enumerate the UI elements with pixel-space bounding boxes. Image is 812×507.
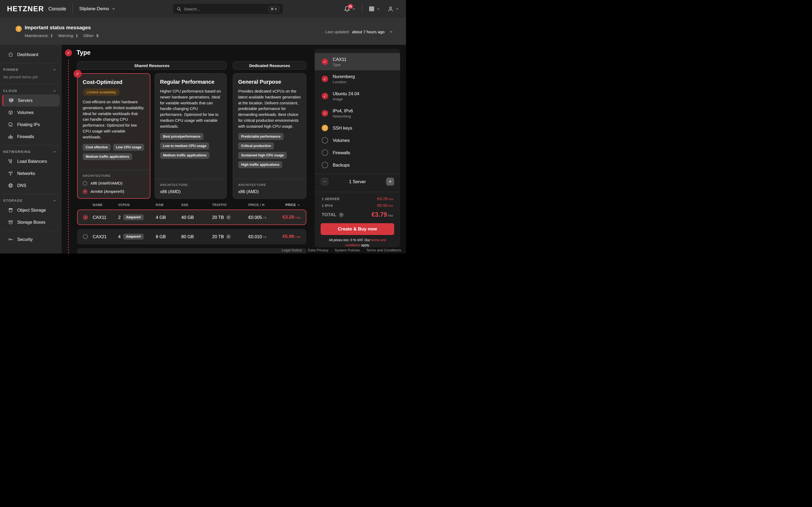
card-cost-optimized[interactable]: ✓ Cost-Optimized Limited availability Co… bbox=[77, 73, 150, 199]
footer-separator: · bbox=[304, 248, 306, 252]
help-icon[interactable]: ? bbox=[339, 213, 344, 217]
vat-note-text: All prices incl. 0 % VAT. Our bbox=[329, 238, 371, 242]
checklist-item-firewalls[interactable]: Firewalls bbox=[315, 147, 400, 159]
col-ram: RAM bbox=[156, 203, 181, 207]
tab-shared-resources[interactable]: Shared Resources bbox=[77, 61, 226, 70]
warning-icon: ! bbox=[322, 125, 328, 131]
increase-count-button[interactable]: + bbox=[386, 178, 394, 186]
euro-info-icon[interactable]: € bbox=[226, 234, 231, 239]
footer-link-terms[interactable]: Terms and Conditions bbox=[366, 248, 401, 252]
section-label: PINNED bbox=[3, 68, 18, 72]
checklist-item-volumes[interactable]: Volumes bbox=[315, 134, 400, 147]
empty-circle-icon bbox=[322, 150, 328, 156]
check-done-icon: ✓ bbox=[322, 110, 328, 116]
notifications-button[interactable]: 25 bbox=[344, 6, 356, 12]
col-price: PRICE bbox=[286, 203, 296, 207]
card-architecture: ARCHITECTURE x86 (AMD) bbox=[155, 179, 226, 199]
bucket-icon bbox=[8, 208, 13, 213]
card-description: Cost-efficient on older hardware generat… bbox=[83, 99, 145, 140]
item-title: Firewalls bbox=[333, 150, 350, 155]
sidebar-divider bbox=[3, 84, 59, 84]
topbar: HETZNER Console Sliplane Demo ⌘ K 25 bbox=[0, 0, 406, 18]
sidebar-item-security[interactable]: Security bbox=[0, 233, 62, 245]
apps-menu-button[interactable] bbox=[369, 6, 380, 12]
checklist-item-type[interactable]: ✓ CAX11Type bbox=[315, 53, 400, 70]
checklist-item-image[interactable]: ✓ Ubuntu 24.04Image bbox=[315, 88, 400, 105]
sidebar-section-pinned[interactable]: PINNED bbox=[0, 66, 62, 73]
table-row-cax21[interactable]: CAX21 4 Ampere® 8 GB 80 GB 20 TB € €0.01… bbox=[77, 229, 306, 244]
sidebar-item-networks[interactable]: Networks bbox=[0, 167, 62, 179]
cell-traffic: 20 TB € bbox=[212, 215, 248, 220]
checklist-item-backups[interactable]: Backups bbox=[315, 159, 400, 171]
col-price-sort[interactable]: PRICE bbox=[279, 203, 300, 207]
sidebar-item-dashboard[interactable]: Dashboard bbox=[0, 49, 62, 61]
sidebar-section-networking[interactable]: NETWORKING bbox=[0, 148, 62, 155]
server-type-cards: ✓ Cost-Optimized Limited availability Co… bbox=[77, 73, 306, 199]
table-row-cax11[interactable]: CAX11 2 Ampere® 4 GB 40 GB 20 TB € €0.00… bbox=[77, 210, 306, 225]
decrease-count-button[interactable]: − bbox=[321, 178, 329, 186]
item-subtitle: Location bbox=[333, 80, 355, 84]
architecture-value: x86 (AMD) bbox=[160, 189, 221, 194]
status-banner: ! Important status messages Maintenance:… bbox=[0, 18, 406, 45]
sidebar-item-load-balancers[interactable]: Load Balancers bbox=[0, 155, 62, 167]
sidebar-item-label: DNS bbox=[17, 183, 26, 188]
key-icon bbox=[8, 237, 13, 242]
card-regular-performance[interactable]: Regular Performance Higher CPU performan… bbox=[155, 73, 226, 199]
page-title: Type bbox=[77, 49, 91, 56]
sidebar-item-label: Security bbox=[17, 237, 33, 242]
row-radio-off-icon[interactable] bbox=[83, 234, 88, 239]
sort-asc-icon bbox=[297, 203, 300, 207]
sidebar-divider bbox=[3, 231, 59, 231]
cell-ssd: 80 GB bbox=[181, 234, 212, 239]
step-check-icon: ✓ bbox=[65, 49, 72, 56]
radio-x86[interactable]: x86 (Intel®/AMD) bbox=[83, 181, 145, 186]
sidebar-section-cloud[interactable]: CLOUD bbox=[0, 87, 62, 95]
last-updated-toggle[interactable]: Last updated: about 7 hours ago bbox=[325, 30, 393, 34]
sidebar-item-dns[interactable]: DNS bbox=[0, 179, 62, 191]
euro-info-icon[interactable]: € bbox=[226, 215, 231, 220]
search-input[interactable] bbox=[184, 7, 268, 11]
cell-name: CAX21 bbox=[93, 234, 118, 239]
search-bar[interactable]: ⌘ K bbox=[173, 4, 283, 14]
server-count-stepper: − 1 Server + bbox=[315, 174, 400, 189]
item-subtitle: Image bbox=[333, 97, 359, 101]
sidebar-section-storage[interactable]: STORAGE bbox=[0, 196, 62, 204]
sidebar-item-volumes[interactable]: Volumes bbox=[0, 107, 62, 119]
bell-icon: 25 bbox=[344, 6, 350, 12]
create-buy-button[interactable]: Create & Buy now bbox=[321, 223, 394, 235]
sidebar-item-object-storage[interactable]: Object Storage bbox=[0, 204, 62, 216]
total-label: TOTAL ? bbox=[322, 212, 344, 218]
topbar-actions: 25 bbox=[344, 4, 399, 14]
row-radio-on-icon[interactable] bbox=[83, 215, 88, 220]
footer-link-system-policies[interactable]: System Policies bbox=[335, 248, 360, 252]
item-title: SSH keys bbox=[333, 125, 352, 131]
project-picker[interactable]: Sliplane Demo bbox=[79, 6, 115, 11]
step-connector-line bbox=[68, 60, 69, 253]
architecture-value: x86 (AMD) bbox=[238, 189, 301, 194]
stat-warning: Warning:1 bbox=[58, 33, 78, 38]
network-icon bbox=[8, 171, 13, 176]
cell-traffic: 20 TB € bbox=[212, 234, 248, 239]
sidebar-item-firewalls[interactable]: Firewalls bbox=[0, 131, 62, 143]
tab-dedicated-resources[interactable]: Dedicated Resources bbox=[233, 61, 306, 70]
sidebar-item-floating-ips[interactable]: Floating IPs bbox=[0, 119, 62, 131]
table-row-partial[interactable] bbox=[77, 248, 306, 253]
sidebar-item-servers[interactable]: Servers bbox=[2, 95, 60, 107]
checklist-item-location[interactable]: ✓ NurembergLocation bbox=[315, 70, 400, 88]
sidebar-item-storage-boxes[interactable]: Storage Boxes bbox=[0, 216, 62, 228]
item-title: Nuremberg bbox=[333, 74, 355, 79]
account-menu-button[interactable] bbox=[388, 6, 399, 12]
order-summary-panel: ✓ CAX11Type ✓ NurembergLocation ✓ Ubuntu… bbox=[315, 49, 400, 247]
cell-price-hourly: €0.010/ h bbox=[248, 234, 279, 239]
checklist-item-ssh-keys[interactable]: ! SSH keys bbox=[315, 122, 400, 134]
chevron-down-icon bbox=[112, 7, 115, 11]
sidebar-item-label: Floating IPs bbox=[17, 122, 40, 127]
footer-link-data-privacy[interactable]: Data Privacy bbox=[308, 248, 329, 252]
radio-arm64[interactable]: Arm64 (Ampere®) bbox=[83, 189, 145, 194]
cell-ram: 4 GB bbox=[156, 215, 181, 220]
footer-link-legal-notice[interactable]: Legal Notice bbox=[282, 248, 302, 252]
card-general-purpose[interactable]: General Purpose Provides dedicated vCPUs… bbox=[233, 73, 306, 199]
section-label: STORAGE bbox=[3, 199, 23, 203]
checklist-item-networking[interactable]: ✓ IPv4, IPv6Networking bbox=[315, 105, 400, 122]
radio-label: Arm64 (Ampere®) bbox=[91, 189, 124, 194]
